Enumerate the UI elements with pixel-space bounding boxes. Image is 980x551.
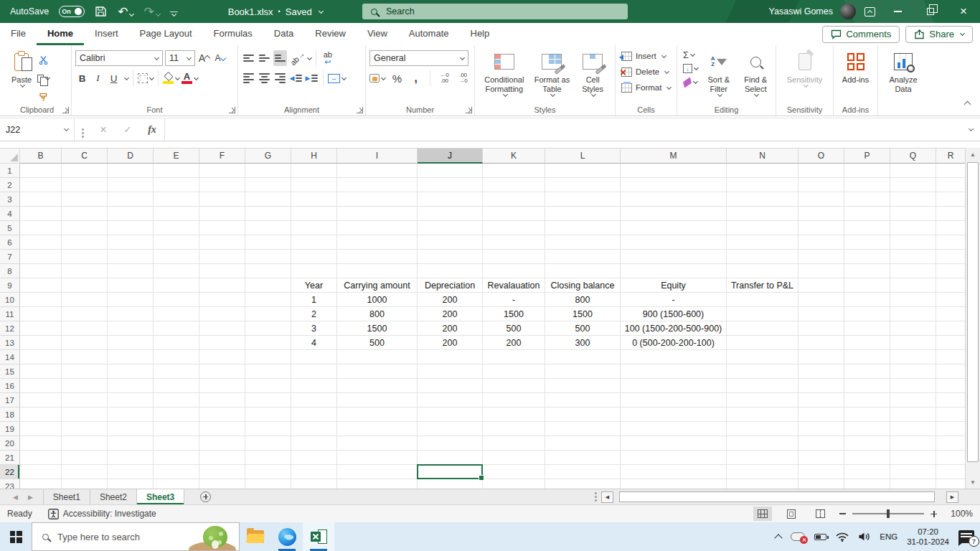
cell-Q12[interactable]: [890, 321, 936, 336]
clipboard-dialog-launcher[interactable]: [62, 107, 69, 113]
cell-Q15[interactable]: [890, 364, 936, 379]
cell-P13[interactable]: [844, 336, 890, 350]
cell-M16[interactable]: [621, 379, 727, 393]
cell-B17[interactable]: [20, 393, 62, 408]
column-header-C[interactable]: C: [62, 148, 108, 164]
cell-R10[interactable]: [936, 293, 965, 307]
column-header-D[interactable]: D: [108, 148, 154, 164]
cell-K2[interactable]: [483, 178, 545, 192]
row-header-23[interactable]: 23: [0, 479, 20, 489]
cell-K11[interactable]: 1500: [483, 307, 545, 321]
cell-E21[interactable]: [154, 451, 199, 465]
cell-O11[interactable]: [798, 307, 844, 321]
cell-O8[interactable]: [798, 264, 844, 278]
sheet-tab-sheet1[interactable]: Sheet1: [43, 489, 90, 504]
cell-K22[interactable]: [483, 465, 545, 479]
cell-R15[interactable]: [936, 364, 965, 379]
cell-G9[interactable]: [245, 278, 291, 293]
restore-button[interactable]: [914, 0, 947, 23]
cell-N2[interactable]: [727, 178, 798, 192]
cell-N6[interactable]: [727, 235, 798, 250]
cell-C17[interactable]: [62, 393, 108, 408]
cell-P6[interactable]: [844, 235, 890, 250]
cell-E7[interactable]: [154, 250, 199, 264]
cell-N10[interactable]: [727, 293, 798, 307]
cell-J14[interactable]: [418, 350, 483, 364]
cell-R20[interactable]: [936, 436, 965, 451]
align-left-button[interactable]: [242, 70, 255, 86]
cell-I2[interactable]: [337, 178, 418, 192]
row-header-8[interactable]: 8: [0, 264, 20, 278]
insert-function-button[interactable]: fx: [140, 118, 164, 141]
cell-I23[interactable]: [337, 479, 418, 489]
cell-G3[interactable]: [245, 192, 291, 207]
cell-J6[interactable]: [418, 235, 483, 250]
format-as-table-button[interactable]: Format as Table: [530, 48, 575, 96]
cell-M19[interactable]: [621, 422, 727, 436]
cell-H10[interactable]: 1: [291, 293, 337, 307]
cell-P17[interactable]: [844, 393, 890, 408]
cell-L13[interactable]: 300: [545, 336, 621, 350]
cell-O12[interactable]: [798, 321, 844, 336]
cell-D5[interactable]: [108, 221, 154, 235]
cell-E17[interactable]: [154, 393, 199, 408]
cell-M7[interactable]: [621, 250, 727, 264]
cell-styles-button[interactable]: Cell Styles: [574, 48, 611, 96]
sort-filter-button[interactable]: AZ Sort & Filter: [702, 48, 735, 96]
cell-E22[interactable]: [154, 465, 199, 479]
cell-D2[interactable]: [108, 178, 154, 192]
column-header-J[interactable]: J: [418, 148, 483, 164]
cell-C22[interactable]: [62, 465, 108, 479]
cell-G4[interactable]: [245, 207, 291, 221]
cell-L7[interactable]: [545, 250, 621, 264]
cell-B13[interactable]: [20, 336, 62, 350]
expand-formula-bar-button[interactable]: [960, 128, 980, 131]
sensitivity-button[interactable]: Sensitivity: [780, 48, 829, 87]
cell-O10[interactable]: [798, 293, 844, 307]
cell-N5[interactable]: [727, 221, 798, 235]
cell-M17[interactable]: [621, 393, 727, 408]
cell-B4[interactable]: [20, 207, 62, 221]
cell-Q3[interactable]: [890, 192, 936, 207]
cell-Q13[interactable]: [890, 336, 936, 350]
user-avatar[interactable]: [840, 4, 856, 19]
cell-G10[interactable]: [245, 293, 291, 307]
cell-G12[interactable]: [245, 321, 291, 336]
cell-Q14[interactable]: [890, 350, 936, 364]
cell-L22[interactable]: [545, 465, 621, 479]
cell-P16[interactable]: [844, 379, 890, 393]
cell-R16[interactable]: [936, 379, 965, 393]
cell-R3[interactable]: [936, 192, 965, 207]
tab-splitter[interactable]: [595, 492, 597, 494]
cell-F10[interactable]: [199, 293, 245, 307]
cell-M10[interactable]: -: [621, 293, 727, 307]
cell-G8[interactable]: [245, 264, 291, 278]
cell-P2[interactable]: [844, 178, 890, 192]
notification-center-button[interactable]: 7: [958, 530, 974, 543]
cell-B11[interactable]: [20, 307, 62, 321]
underline-button[interactable]: U: [107, 70, 121, 86]
cell-Q18[interactable]: [890, 408, 936, 422]
page-layout-view-button[interactable]: [782, 507, 801, 521]
cell-E20[interactable]: [154, 436, 199, 451]
cell-L11[interactable]: 1500: [545, 307, 621, 321]
cell-I10[interactable]: 1000: [337, 293, 418, 307]
cell-O20[interactable]: [798, 436, 844, 451]
cell-P22[interactable]: [844, 465, 890, 479]
cell-N19[interactable]: [727, 422, 798, 436]
cell-L21[interactable]: [545, 451, 621, 465]
cell-N9[interactable]: Transfer to P&L: [727, 278, 798, 293]
cell-G20[interactable]: [245, 436, 291, 451]
cell-L1[interactable]: [545, 164, 621, 178]
cell-B23[interactable]: [20, 479, 62, 489]
cell-E6[interactable]: [154, 235, 199, 250]
column-header-M[interactable]: M: [621, 148, 727, 164]
cell-D11[interactable]: [108, 307, 154, 321]
wifi-icon[interactable]: [836, 532, 849, 542]
grow-font-button[interactable]: A: [197, 50, 211, 66]
cell-P10[interactable]: [844, 293, 890, 307]
cell-F2[interactable]: [199, 178, 245, 192]
cell-N1[interactable]: [727, 164, 798, 178]
battery-icon[interactable]: [814, 534, 826, 540]
cell-M5[interactable]: [621, 221, 727, 235]
